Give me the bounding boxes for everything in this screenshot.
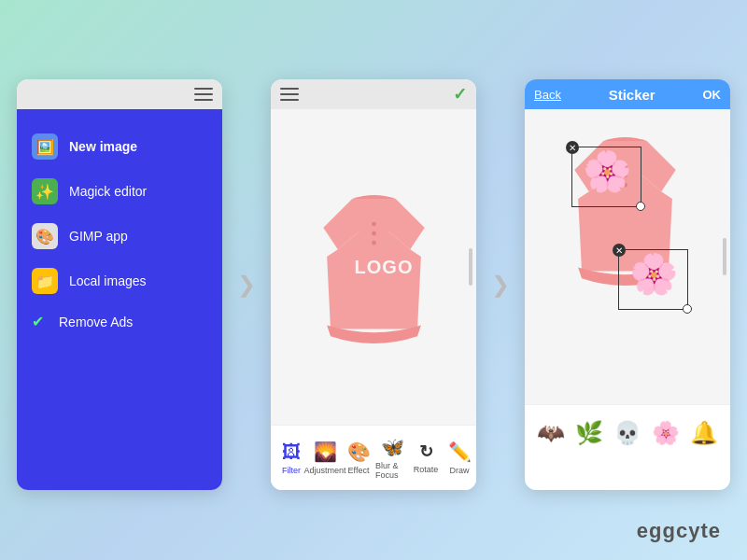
svg-point-2 (372, 240, 376, 245)
connector-2: ❯ (491, 272, 510, 298)
editor-body: LOGO 🖼 Filter 🌄 Adjustment 🎨 Effect 🦋 (271, 109, 476, 490)
menu-item-new-image[interactable]: 🖼️ New image (17, 124, 222, 169)
sticker-flower[interactable]: 🌸 (652, 420, 680, 446)
editor-toolbar: 🖼 Filter 🌄 Adjustment 🎨 Effect 🦋 Blur & … (271, 425, 476, 490)
tool-adjustment[interactable]: 🌄 Adjustment (308, 441, 342, 475)
screen-menu: 🖼️ New image ✨ Magick editor 🎨 GIMP app … (17, 79, 222, 490)
menu-item-label: GIMP app (69, 229, 128, 244)
editor-check-icon[interactable]: ✓ (453, 84, 467, 105)
connector-1: ❯ (237, 272, 256, 298)
menu-item-label: Local images (69, 273, 147, 288)
sticker-top-bar: Back Sticker OK (525, 79, 730, 109)
sticker-tray: 🦇 🌿 💀 🌸 🔔 (525, 404, 730, 460)
screen-sticker: Back Sticker OK (525, 79, 730, 490)
adjustment-icon: 🌄 (314, 441, 337, 463)
local-images-icon: 📁 (32, 268, 58, 294)
tool-effect[interactable]: 🎨 Effect (342, 441, 375, 475)
menu-item-label: Remove Ads (59, 315, 133, 329)
resize-corner-bottom[interactable] (683, 304, 692, 314)
filter-label: Filter (282, 466, 301, 475)
effect-icon: 🎨 (347, 441, 371, 463)
adjustment-label: Adjustment (303, 466, 345, 475)
editor-top-bar: ✓ (271, 79, 476, 109)
menu-item-label: Magick editor (69, 184, 147, 199)
menu-content: 🖼️ New image ✨ Magick editor 🎨 GIMP app … (17, 109, 222, 490)
menu-item-local-images[interactable]: 📁 Local images (17, 259, 222, 303)
blur-icon: 🦋 (381, 436, 404, 458)
sticker-canvas[interactable]: ✕ 🌸 ✕ 🌸 (525, 109, 730, 404)
tool-draw[interactable]: ✏️ Draw (443, 441, 476, 475)
blur-label: Blur & Focus (375, 461, 409, 480)
tool-blur-focus[interactable]: 🦋 Blur & Focus (375, 436, 409, 480)
sticker-selection-top[interactable]: ✕ 🌸 (571, 147, 641, 207)
tool-rotate[interactable]: ↻ Rotate (409, 441, 443, 474)
sticker-ghost[interactable]: 💀 (613, 420, 641, 446)
filter-icon: 🖼 (282, 441, 301, 463)
new-image-icon: 🖼️ (32, 133, 58, 160)
svg-point-0 (372, 221, 376, 226)
back-button[interactable]: Back (534, 88, 561, 102)
selection-box-bottom: ✕ (618, 249, 688, 310)
screen-editor: ✓ (271, 79, 476, 490)
rotate-icon: ↻ (419, 441, 433, 462)
menu-item-gimp-app[interactable]: 🎨 GIMP app (17, 214, 222, 259)
gimp-app-icon: 🎨 (32, 223, 58, 249)
delete-top-icon[interactable]: ✕ (566, 141, 579, 154)
selection-box-top: ✕ (571, 147, 641, 207)
sticker-bell[interactable]: 🔔 (690, 420, 718, 446)
scroll-indicator (469, 248, 472, 286)
menu-item-magick-editor[interactable]: ✨ Magick editor (17, 169, 222, 214)
resize-corner-top[interactable] (636, 202, 645, 211)
menu-top-bar (17, 79, 222, 109)
editor-hamburger-icon[interactable] (280, 88, 299, 101)
sticker-selection-bottom[interactable]: ✕ 🌸 (618, 249, 688, 310)
sticker-title: Sticker (609, 87, 655, 103)
magick-editor-icon: ✨ (32, 178, 58, 204)
menu-item-label: New image (69, 139, 137, 154)
shirt-canvas[interactable]: LOGO (271, 109, 476, 425)
draw-label: Draw (449, 466, 469, 475)
effect-label: Effect (348, 466, 370, 475)
menu-item-remove-ads[interactable]: ✔ Remove Ads (17, 303, 222, 340)
rotate-label: Rotate (414, 465, 439, 474)
sticker-body: ✕ 🌸 ✕ 🌸 🦇 🌿 💀 (525, 109, 730, 490)
svg-point-1 (372, 231, 376, 235)
checkmark-icon: ✔ (32, 313, 44, 330)
ok-button[interactable]: OK (702, 88, 721, 102)
sticker-scroll-indicator (723, 238, 726, 275)
hamburger-icon[interactable] (194, 88, 213, 101)
brand-name: eggcyte (637, 519, 721, 543)
draw-icon: ✏️ (448, 441, 472, 463)
delete-bottom-icon[interactable]: ✕ (613, 244, 626, 257)
sticker-plant[interactable]: 🌿 (575, 420, 603, 446)
sticker-bat[interactable]: 🦇 (537, 420, 565, 446)
logo-text: LOGO (355, 257, 414, 278)
